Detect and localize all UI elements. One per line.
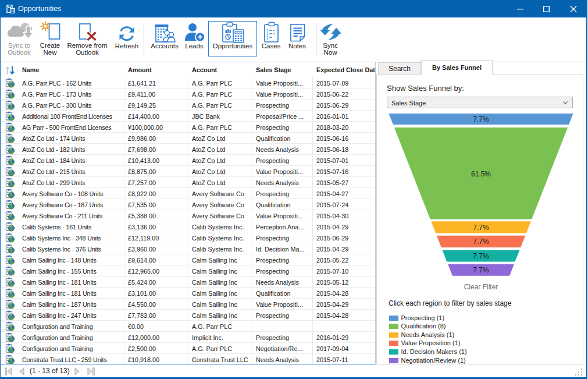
svg-text:61.5%: 61.5% xyxy=(471,170,491,178)
svg-text:7.7%: 7.7% xyxy=(473,238,489,246)
svg-text:7.7%: 7.7% xyxy=(473,224,489,232)
svg-text:7.7%: 7.7% xyxy=(473,252,489,260)
svg-text:7.7%: 7.7% xyxy=(473,266,489,274)
svg-text:7.7%: 7.7% xyxy=(473,115,489,123)
